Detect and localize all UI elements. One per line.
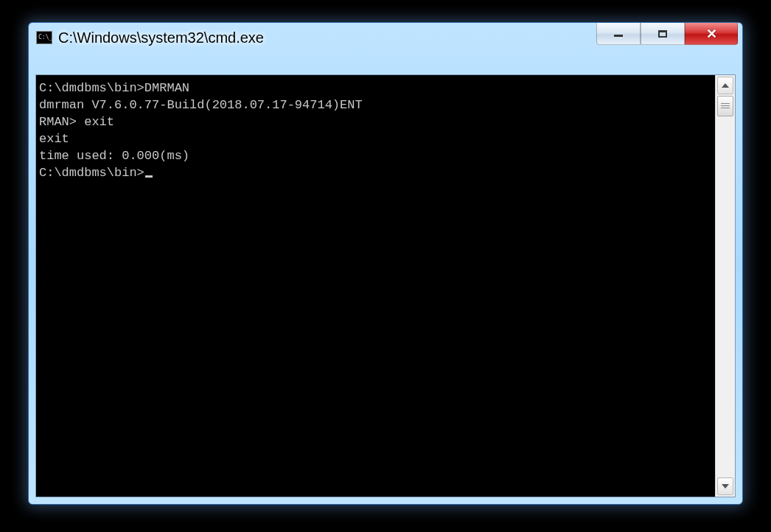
console-line: time used: 0.000(ms) — [39, 147, 712, 164]
scrollbar-grip-icon — [721, 103, 730, 109]
scroll-down-button[interactable] — [717, 477, 733, 495]
console-line: RMAN> exit — [39, 113, 712, 130]
client-area: C:\dmdbms\bin>DMRMANdmrman V7.6.0.77-Bui… — [35, 74, 736, 497]
console-output[interactable]: C:\dmdbms\bin>DMRMANdmrman V7.6.0.77-Bui… — [36, 75, 715, 497]
window-title: C:\Windows\system32\cmd.exe — [58, 29, 264, 46]
window-controls: ✕ — [596, 23, 738, 45]
vertical-scrollbar[interactable] — [715, 75, 735, 497]
minimize-icon — [614, 35, 623, 37]
cmd-icon-label: C:\_ — [38, 35, 52, 41]
maximize-icon — [658, 30, 667, 38]
console-line: C:\dmdbms\bin> — [39, 164, 712, 181]
text-cursor — [145, 175, 153, 178]
titlebar[interactable]: C:\_ C:\Windows\system32\cmd.exe ✕ — [29, 23, 742, 52]
minimize-button[interactable] — [596, 23, 641, 45]
scroll-up-button[interactable] — [717, 77, 733, 94]
console-line: exit — [39, 130, 712, 147]
close-button[interactable]: ✕ — [685, 23, 738, 45]
console-line: C:\dmdbms\bin>DMRMAN — [39, 80, 712, 97]
console-line: dmrman V7.6.0.77-Build(2018.07.17-94714)… — [39, 97, 712, 113]
cmd-icon: C:\_ — [36, 31, 52, 44]
scrollbar-thumb[interactable] — [717, 96, 733, 116]
chevron-up-icon — [722, 83, 729, 88]
cmd-window: C:\_ C:\Windows\system32\cmd.exe ✕ C:\dm… — [28, 22, 743, 505]
chevron-down-icon — [722, 484, 729, 489]
maximize-button[interactable] — [641, 23, 685, 45]
close-icon: ✕ — [706, 27, 717, 41]
